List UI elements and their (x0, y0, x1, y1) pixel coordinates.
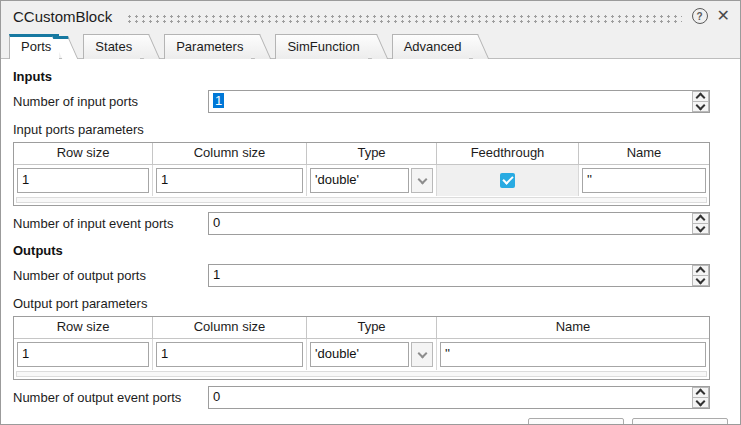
tab-states[interactable]: States (83, 34, 140, 59)
tab-ports[interactable]: Ports (9, 34, 59, 59)
chevron-down-icon (696, 223, 706, 233)
input-ports-table-header: Row size Column size Type Feedthrough Na… (14, 143, 709, 165)
number-of-output-ports-value: 1 (213, 267, 220, 282)
spin-down-button[interactable] (692, 101, 709, 112)
spin-down-button[interactable] (692, 275, 709, 286)
number-of-output-ports-label: Number of output ports (13, 268, 208, 283)
ports-tab-pane: Inputs Number of input ports 1 Input por… (1, 59, 740, 425)
spin-up-button[interactable] (692, 213, 709, 223)
tab-parameters[interactable]: Parameters (164, 34, 251, 59)
ok-button[interactable]: OK (528, 418, 624, 425)
outputs-heading: Outputs (13, 243, 710, 258)
drag-handle-dots[interactable] (126, 14, 681, 24)
header-column-size: Column size (153, 317, 307, 338)
chevron-down-icon (696, 275, 706, 285)
number-of-input-event-ports-input[interactable]: 0 (208, 212, 710, 235)
header-row-size: Row size (14, 317, 153, 338)
table-footer-strip (16, 197, 707, 203)
spin-up-button[interactable] (692, 91, 709, 101)
input-type-field[interactable]: 'double' (310, 168, 409, 193)
input-ports-parameters-label: Input ports parameters (13, 122, 710, 137)
number-of-input-ports-value: 1 (213, 93, 224, 108)
table-footer-strip (16, 371, 707, 377)
number-of-input-ports-label: Number of input ports (13, 94, 208, 109)
spin-up-button[interactable] (692, 387, 709, 397)
input-type-dropdown-button[interactable] (411, 168, 433, 193)
header-name: Name (437, 317, 709, 338)
header-type: Type (307, 143, 437, 164)
number-of-input-event-ports-label: Number of input event ports (13, 216, 208, 231)
dialog-title: CCustomBlock (13, 8, 112, 25)
cancel-button[interactable]: Cancel (632, 418, 728, 425)
output-ports-table-row: 1 1 'double' '' (14, 339, 709, 370)
chevron-down-icon (696, 397, 706, 407)
output-ports-table-header: Row size Column size Type Name (14, 317, 709, 339)
dialog-button-row: OK Cancel (13, 418, 728, 425)
number-of-output-event-ports-input[interactable]: 0 (208, 386, 710, 409)
title-bar: CCustomBlock ? ✕ (1, 1, 740, 31)
output-column-size-field[interactable]: 1 (156, 342, 303, 367)
input-column-size-field[interactable]: 1 (156, 168, 303, 193)
header-feedthrough: Feedthrough (437, 143, 579, 164)
number-of-input-event-ports-value: 0 (213, 215, 220, 230)
number-of-output-ports-input[interactable]: 1 (208, 264, 710, 287)
input-row-size-field[interactable]: 1 (17, 168, 149, 193)
output-name-field[interactable]: '' (440, 342, 706, 367)
header-column-size: Column size (153, 143, 307, 164)
inputs-heading: Inputs (13, 69, 710, 84)
output-row-size-field[interactable]: 1 (17, 342, 149, 367)
close-icon[interactable]: ✕ (717, 8, 730, 24)
chevron-down-icon (417, 175, 427, 185)
header-row-size: Row size (14, 143, 153, 164)
input-ports-table-row: 1 1 'double' '' (14, 165, 709, 196)
number-of-output-event-ports-value: 0 (213, 389, 220, 404)
number-of-input-ports-input[interactable]: 1 (208, 90, 710, 113)
tab-bar: Ports States Parameters SimFunction Adva… (1, 31, 740, 59)
spin-down-button[interactable] (692, 223, 709, 234)
tab-advanced[interactable]: Advanced (392, 34, 470, 59)
header-name: Name (579, 143, 709, 164)
chevron-down-icon (696, 101, 706, 111)
header-type: Type (307, 317, 437, 338)
ccustomblock-dialog: CCustomBlock ? ✕ Ports States Parameters… (0, 0, 741, 425)
tab-simfunction[interactable]: SimFunction (275, 34, 367, 59)
feedthrough-checkbox[interactable] (500, 173, 515, 188)
help-icon[interactable]: ? (692, 8, 708, 24)
output-type-dropdown-button[interactable] (411, 342, 433, 367)
output-type-field[interactable]: 'double' (310, 342, 409, 367)
chevron-down-icon (417, 349, 427, 359)
spin-up-button[interactable] (692, 265, 709, 275)
input-ports-table: Row size Column size Type Feedthrough Na… (13, 142, 710, 206)
number-of-output-event-ports-label: Number of output event ports (13, 390, 208, 405)
input-name-field[interactable]: '' (582, 168, 706, 193)
output-ports-table: Row size Column size Type Name 1 1 'doub… (13, 316, 710, 380)
output-port-parameters-label: Output port parameters (13, 296, 710, 311)
spin-down-button[interactable] (692, 397, 709, 408)
